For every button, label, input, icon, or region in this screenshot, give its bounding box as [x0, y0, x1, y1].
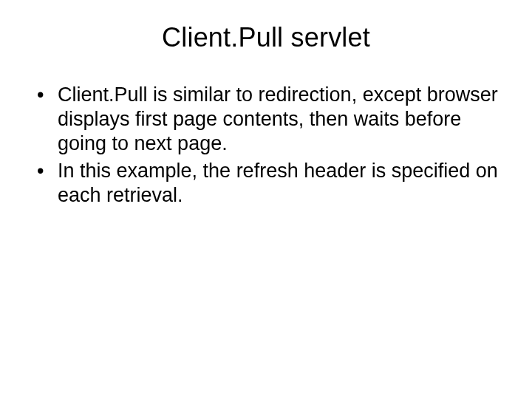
slide-title: Client.Pull servlet — [30, 22, 502, 53]
bullet-item: In this example, the refresh header is s… — [33, 159, 502, 208]
slide: Client.Pull servlet Client.Pull is simil… — [0, 0, 532, 399]
bullet-item: Client.Pull is similar to redirection, e… — [33, 83, 502, 156]
bullet-list: Client.Pull is similar to redirection, e… — [30, 83, 502, 208]
